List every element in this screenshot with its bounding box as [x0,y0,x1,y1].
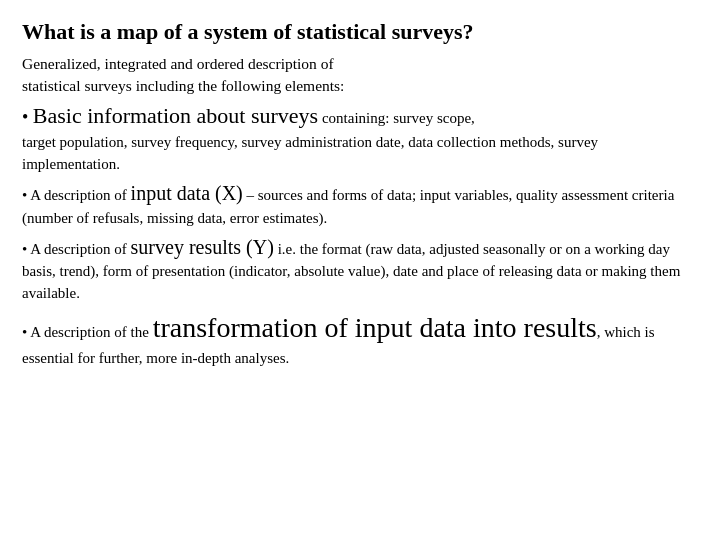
bullet3-block: • A description of survey results (Y) i.… [22,233,698,304]
page-title: What is a map of a system of statistical… [22,18,698,47]
subtitle-line2: statistical surveys including the follow… [22,77,344,94]
bullet1-block: • Basic information about surveys contai… [22,101,698,176]
bullet2-block: • A description of input data (X) – sour… [22,179,698,229]
bullet4-large: transformation of input data into result… [153,312,597,343]
subtitle-line1: Generalized, integrated and ordered desc… [22,55,334,72]
bullet3-large: survey results (Y) [131,236,274,258]
bullet1-large: Basic information about surveys [33,103,318,128]
bullet3-prefix: • A description of [22,241,131,257]
bullet2-large: input data (X) [131,182,243,204]
bullet1-prefix: • [22,107,33,127]
subtitle: Generalized, integrated and ordered desc… [22,53,698,97]
main-container: What is a map of a system of statistical… [0,0,720,540]
bullet4-prefix: • A description of the [22,324,153,340]
bullet4-block: • A description of the transformation of… [22,308,698,369]
bullet2-prefix: • A description of [22,187,131,203]
bullet1-normal: containing: survey scope, [318,110,475,126]
bullet1-continuation: target population, survey frequency, sur… [22,134,598,172]
